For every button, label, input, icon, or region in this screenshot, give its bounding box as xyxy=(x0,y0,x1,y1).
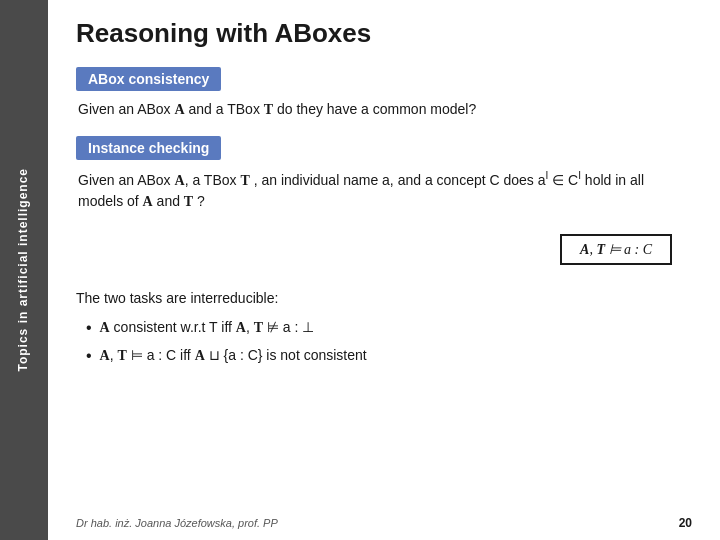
formula-box: A, T ⊨ a : C xyxy=(560,234,672,265)
instance-checking-section: Instance checking Given an ABox A, a TBo… xyxy=(76,136,692,279)
footer-author: Dr hab. inż. Joanna Józefowska, prof. PP xyxy=(76,517,278,529)
bullet-icon-2: • xyxy=(86,344,92,368)
bullet-text-2: A, T ⊨ a : C iff A ⊔ {a : C} is not cons… xyxy=(100,344,367,368)
sidebar: Topics in artificial intelligence xyxy=(0,0,48,540)
abox-consistency-header: ABox consistency xyxy=(76,67,221,91)
tasks-intro: The two tasks are interreducible: xyxy=(76,287,692,311)
formula-text: A, T ⊨ a : C xyxy=(580,242,652,257)
page-number: 20 xyxy=(679,516,692,530)
abox-consistency-text: Given an ABox A and a TBox T do they hav… xyxy=(76,99,692,120)
abox-consistency-section: ABox consistency Given an ABox A and a T… xyxy=(76,67,692,120)
footer: Dr hab. inż. Joanna Józefowska, prof. PP… xyxy=(48,516,720,530)
tasks-section: The two tasks are interreducible: • A co… xyxy=(76,287,692,373)
main-content: Reasoning with ABoxes ABox consistency G… xyxy=(48,0,720,540)
sidebar-label: Topics in artificial intelligence xyxy=(16,168,32,371)
bullet-text-1: A consistent w.r.t T iff A, T ⊭ a : ⊥ xyxy=(100,316,315,340)
page-title: Reasoning with ABoxes xyxy=(76,18,692,49)
bullet-icon-1: • xyxy=(86,316,92,340)
instance-checking-text: Given an ABox A, a TBox T , an individua… xyxy=(76,168,692,212)
bullet-item-2: • A, T ⊨ a : C iff A ⊔ {a : C} is not co… xyxy=(76,344,692,368)
bullet-item-1: • A consistent w.r.t T iff A, T ⊭ a : ⊥ xyxy=(76,316,692,340)
instance-checking-header: Instance checking xyxy=(76,136,221,160)
